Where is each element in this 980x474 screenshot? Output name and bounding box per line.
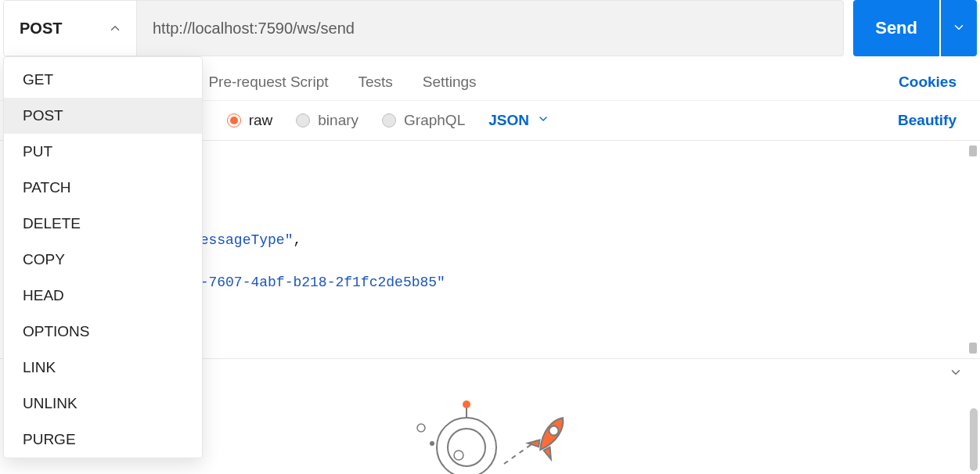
- send-button[interactable]: Send: [853, 0, 939, 56]
- request-url-input[interactable]: [137, 1, 843, 56]
- method-option-copy[interactable]: COPY: [4, 242, 202, 278]
- chevron-down-icon: [537, 112, 549, 129]
- method-option-purge[interactable]: PURGE: [4, 422, 202, 458]
- method-option-head[interactable]: HEAD: [4, 278, 202, 314]
- body-type-graphql[interactable]: GraphQL: [382, 112, 465, 129]
- tab-prerequest-script[interactable]: Pre-request Script: [208, 74, 328, 100]
- body-type-binary[interactable]: binary: [296, 112, 358, 129]
- method-option-patch[interactable]: PATCH: [4, 170, 202, 206]
- tab-tests[interactable]: Tests: [358, 74, 393, 100]
- method-option-unlink[interactable]: UNLINK: [4, 386, 202, 422]
- http-method-value: POST: [20, 20, 62, 38]
- method-option-post[interactable]: POST: [4, 98, 202, 134]
- svg-point-4: [454, 451, 463, 460]
- beautify-button[interactable]: Beautify: [898, 112, 957, 129]
- chevron-up-icon: [108, 21, 122, 35]
- svg-point-6: [463, 400, 470, 408]
- body-type-raw[interactable]: raw: [227, 112, 273, 129]
- method-option-delete[interactable]: DELETE: [4, 206, 202, 242]
- radio-icon: [296, 113, 310, 127]
- http-method-select[interactable]: POST: [4, 1, 137, 56]
- svg-point-1: [430, 441, 434, 446]
- response-collapse-toggle[interactable]: [949, 365, 963, 382]
- method-option-link[interactable]: LINK: [4, 350, 202, 386]
- editor-scrollbar[interactable]: [969, 145, 977, 354]
- http-method-dropdown[interactable]: GETPOSTPUTPATCHDELETECOPYHEADOPTIONSLINK…: [3, 56, 203, 458]
- method-option-put[interactable]: PUT: [4, 134, 202, 170]
- svg-point-3: [448, 429, 485, 466]
- method-option-options[interactable]: OPTIONS: [4, 314, 202, 350]
- body-format-select[interactable]: JSON: [488, 112, 549, 129]
- radio-icon: [227, 113, 241, 127]
- send-more-button[interactable]: [941, 0, 977, 56]
- svg-point-0: [417, 424, 425, 432]
- radio-icon: [382, 113, 396, 127]
- chevron-down-icon: [952, 20, 966, 37]
- page-scrollbar[interactable]: [970, 408, 978, 471]
- tab-settings[interactable]: Settings: [423, 74, 477, 100]
- cookies-link[interactable]: Cookies: [899, 74, 957, 91]
- method-option-get[interactable]: GET: [4, 62, 202, 98]
